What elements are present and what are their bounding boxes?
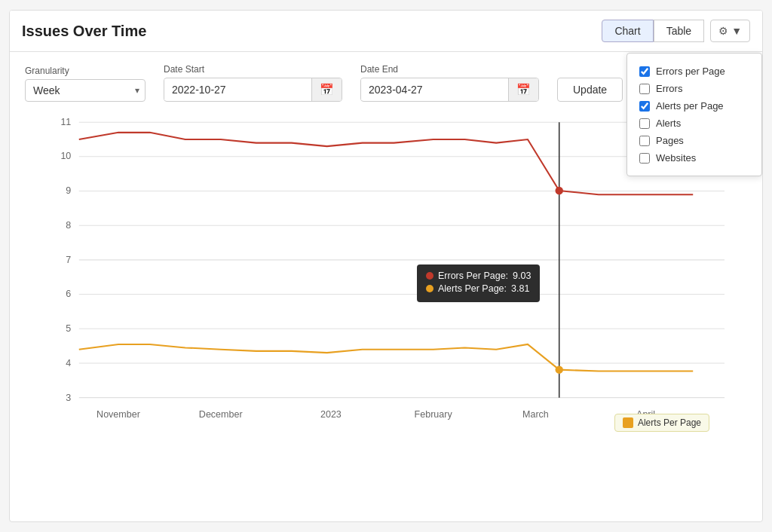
svg-text:December: December (199, 409, 243, 420)
dropdown-item-alerts-per-page[interactable]: Alerts per Page (639, 97, 749, 115)
svg-text:4: 4 (66, 358, 71, 368)
svg-text:9: 9 (66, 185, 71, 196)
dropdown-item-alerts[interactable]: Alerts (639, 115, 749, 132)
granularity-select[interactable]: Week Day Month (25, 79, 146, 102)
date-end-input[interactable] (361, 79, 508, 100)
checkbox-errors[interactable] (639, 84, 650, 94)
label-alerts: Alerts (656, 118, 681, 129)
header-controls: Chart Table ⚙ ▼ Errors per Page Errors A… (602, 20, 750, 42)
page-title: Issues Over Time (22, 23, 146, 40)
date-end-label: Date End (360, 64, 539, 75)
svg-point-25 (556, 187, 563, 194)
svg-text:March: March (522, 409, 549, 420)
dropdown-arrow-icon: ▼ (731, 25, 742, 37)
label-alerts-per-page: Alerts per Page (656, 100, 724, 112)
date-end-input-wrapper: 📅 (360, 78, 539, 102)
date-end-calendar-button[interactable]: 📅 (508, 78, 538, 101)
granularity-select-wrapper: Week Day Month (25, 79, 146, 102)
date-start-group: Date Start 📅 (164, 64, 342, 102)
tab-table[interactable]: Table (654, 20, 704, 42)
settings-button[interactable]: ⚙ ▼ (710, 20, 750, 42)
legend-alerts-label: Alerts Per Page (638, 417, 701, 428)
dropdown-item-errors-per-page[interactable]: Errors per Page (639, 63, 749, 80)
checkbox-errors-per-page[interactable] (639, 66, 650, 77)
label-pages: Pages (656, 135, 684, 146)
header: Issues Over Time Chart Table ⚙ ▼ Errors … (10, 11, 762, 52)
settings-dropdown: Errors per Page Errors Alerts per Page A… (626, 53, 762, 176)
chart-svg: 11 10 9 8 7 6 5 4 3 November December 20… (47, 121, 725, 438)
checkbox-alerts-per-page[interactable] (639, 101, 650, 112)
date-end-group: Date End 📅 (360, 64, 539, 102)
legend-alerts-dot (623, 417, 633, 428)
svg-text:November: November (96, 409, 140, 420)
granularity-label: Granularity (25, 66, 146, 76)
svg-text:2023: 2023 (320, 409, 342, 420)
dropdown-item-pages[interactable]: Pages (639, 132, 749, 149)
svg-text:3: 3 (66, 393, 71, 403)
chart-legend: Alerts Per Page (614, 414, 709, 432)
label-errors: Errors (656, 83, 682, 94)
svg-text:7: 7 (66, 255, 71, 265)
checkbox-pages[interactable] (639, 136, 650, 146)
checkbox-alerts[interactable] (639, 118, 650, 129)
main-card: Issues Over Time Chart Table ⚙ ▼ Errors … (9, 10, 763, 522)
svg-text:8: 8 (66, 220, 71, 231)
svg-text:11: 11 (60, 117, 71, 127)
svg-text:10: 10 (60, 151, 71, 161)
label-websites: Websites (656, 152, 696, 164)
svg-text:February: February (415, 409, 453, 420)
dropdown-item-errors[interactable]: Errors (639, 80, 749, 97)
checkbox-websites[interactable] (639, 153, 650, 164)
svg-text:5: 5 (66, 323, 71, 334)
gear-icon: ⚙ (718, 25, 728, 37)
date-start-input-wrapper: 📅 (164, 78, 342, 102)
update-button[interactable]: Update (557, 78, 623, 102)
label-errors-per-page: Errors per Page (656, 66, 725, 77)
date-start-label: Date Start (164, 64, 342, 75)
svg-point-26 (556, 365, 563, 373)
date-start-calendar-button[interactable]: 📅 (311, 78, 342, 101)
svg-text:6: 6 (66, 289, 71, 299)
tab-chart[interactable]: Chart (602, 20, 653, 42)
date-start-input[interactable] (164, 79, 311, 100)
chart-inner: 11 10 9 8 7 6 5 4 3 November December 20… (47, 121, 725, 438)
dropdown-item-websites[interactable]: Websites (639, 149, 749, 167)
granularity-group: Granularity Week Day Month (25, 66, 146, 102)
